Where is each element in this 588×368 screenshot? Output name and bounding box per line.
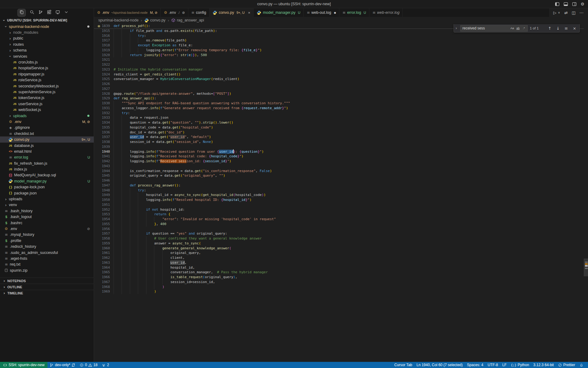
tree-item-MedQueryAI_backup.sql[interactable]: MedQueryAI_backup.sql [0, 172, 94, 178]
code-line[interactable]: 1929def rag_answer_api(): [94, 96, 584, 101]
match-case-toggle[interactable]: Aa [510, 26, 515, 30]
tab-.env[interactable]: ⚙.env~/spurrinai-backend-nodeM, ⊘ [94, 8, 161, 17]
compare-changes-icon[interactable]: ⇄ [564, 10, 568, 15]
tree-item-routes[interactable]: ›routes [0, 41, 94, 47]
tree-item-database.js[interactable]: JSdatabase.js [0, 143, 94, 148]
line-number[interactable]: 1943 [94, 164, 114, 169]
line-number[interactable]: 1934 [94, 120, 114, 125]
line-number[interactable]: 1955 [94, 222, 114, 227]
code-line[interactable]: 1961original_query, [94, 251, 584, 255]
status-item-utf-8[interactable]: UTF-8 [485, 362, 500, 368]
tree-item-error.log[interactable]: ≡error.logU [0, 155, 94, 160]
status-item-right-8[interactable] [577, 362, 586, 368]
tree-item-.env[interactable]: ⚙.envM, ⊘ [0, 119, 94, 125]
run-icon[interactable]: ▷ [553, 10, 556, 15]
code-line[interactable]: 1933data = request.json [94, 115, 584, 120]
tree-item-package.json[interactable]: {}package.json [0, 190, 94, 196]
line-number[interactable]: 1919 [94, 48, 114, 53]
activity-item-remote-explorer[interactable] [55, 10, 60, 16]
line-number[interactable]: 1938 [94, 140, 114, 144]
tree-item-.sudo_as_admin_successful[interactable]: ≡.sudo_as_admin_successful [0, 250, 94, 255]
tab-web-error.log[interactable]: ≡web-error.log [369, 8, 403, 17]
code-line[interactable]: 1944is_confirmation_response = data.get(… [94, 169, 584, 174]
tree-item-.gitignore[interactable]: ◈.gitignore [0, 125, 94, 131]
line-number[interactable]: 1944 [94, 169, 114, 174]
tree-item-fix_refresh_token.js[interactable]: JSfix_refresh_token.js [0, 160, 94, 166]
line-number[interactable]: 1918 [94, 43, 114, 48]
sidebar-section-outline[interactable]: ›OUTLINE [0, 284, 94, 290]
activity-item-search[interactable] [30, 10, 34, 16]
toggle-replace-chevron[interactable]: › [454, 26, 458, 30]
previous-match-button[interactable]: ↑ [547, 25, 553, 31]
line-number[interactable]: 1945 [94, 173, 114, 178]
tree-item-uploads[interactable]: ›uploads [0, 196, 94, 202]
code-line[interactable]: 1943 [94, 164, 584, 169]
settings-gear-icon[interactable]: ⚙ [581, 2, 584, 6]
layout-panel-icon[interactable] [564, 2, 568, 6]
line-number[interactable]: 1925 [94, 77, 114, 82]
code-line[interactable]: 1930"""Sync API endpoint for RAG-based q… [94, 101, 584, 106]
code-line[interactable]: 1928@app.route("/flask-api/generate-answ… [94, 91, 584, 96]
code-line[interactable]: 1917os.remove(file_path) [94, 38, 584, 43]
code-line[interactable]: 1938session_id = data.get("session_id", … [94, 140, 584, 144]
line-number[interactable]: 1923 [94, 67, 114, 72]
code-line[interactable]: 1939 [94, 144, 584, 149]
line-number[interactable]: 1965 [94, 270, 114, 275]
tree-item-model_manager.py[interactable]: model_manager.pyU [0, 178, 94, 184]
breadcrumb-item-rag_answer_api[interactable]: rag_answer_api [171, 18, 204, 22]
code-line[interactable]: 1955}, 400 [94, 222, 584, 227]
tree-item-hospitalService.js[interactable]: JShospitalService.js [0, 65, 94, 71]
close-find-button[interactable]: × [571, 25, 578, 31]
code-line[interactable]: 1935hospital_code = data.get("hospital_c… [94, 125, 584, 130]
line-number[interactable]: 1953 [94, 212, 114, 217]
line-number[interactable]: 1966 [94, 275, 114, 280]
layout-sidebar-right-icon[interactable] [572, 2, 577, 6]
code-line[interactable]: 1969) [94, 289, 584, 294]
code-line[interactable]: 1927 [94, 86, 584, 91]
tree-item-venv[interactable]: ›venv [0, 202, 94, 208]
code-line[interactable]: 1954"error": "Invalid or missing 'hospit… [94, 217, 584, 222]
tab-error.log[interactable]: ≡error.logU [339, 8, 369, 17]
tree-item-secondaryWebsocket.js[interactable]: JSsecondaryWebsocket.js [0, 83, 94, 89]
code-line[interactable]: 1947def process_rag_answer(): [94, 183, 584, 188]
tab-config[interactable]: ≡config [188, 8, 209, 17]
status-item-dev-only-[interactable]: dev-only* [47, 362, 77, 368]
tree-item-email.html[interactable]: <>email.html [0, 148, 94, 154]
line-number[interactable]: 1935 [94, 125, 114, 130]
activity-item-files[interactable] [17, 9, 26, 17]
line-number[interactable]: 1940 [94, 149, 114, 154]
code-line[interactable]: 1918except Exception as file_e: [94, 43, 584, 48]
code-line[interactable]: 1922 [94, 62, 584, 67]
line-number[interactable]: 1933 [94, 115, 114, 120]
split-editor-icon[interactable]: ◫ [572, 10, 575, 15]
line-number[interactable]: 1839 [94, 24, 114, 29]
tree-item-node_modules[interactable]: ›node_modules [0, 29, 94, 35]
dirty-dot-icon[interactable]: ● [334, 11, 336, 14]
tree-item-.env[interactable]: ⚙.env⊘ [0, 226, 94, 232]
code-line[interactable]: 1946 [94, 178, 584, 183]
code-lines[interactable]: 1839def process_pdf():1915if file_path a… [94, 24, 584, 362]
line-number[interactable]: 1951 [94, 202, 114, 207]
line-number[interactable]: 1952 [94, 207, 114, 212]
code-line[interactable]: 1919logging.error(f"Error removing tempo… [94, 48, 584, 53]
next-match-button[interactable]: ↓ [555, 25, 561, 31]
line-number[interactable]: 1946 [94, 178, 114, 183]
tree-item-roleService.js[interactable]: JSroleService.js [0, 77, 94, 83]
tree-item-tokenService.js[interactable]: JStokenService.js [0, 95, 94, 101]
line-number[interactable]: 1941 [94, 154, 114, 159]
code-line[interactable]: 1959answer = async_to_sync( [94, 241, 584, 246]
line-number[interactable]: 1916 [94, 33, 114, 38]
close-icon[interactable]: × [248, 10, 251, 15]
line-number[interactable]: 1964 [94, 265, 114, 270]
line-number[interactable]: 1942 [94, 159, 114, 164]
line-number[interactable]: 1949 [94, 193, 114, 197]
layout-sidebar-left-icon[interactable] [555, 2, 560, 6]
line-number[interactable]: 1922 [94, 62, 114, 67]
tree-item-schema[interactable]: ›schema [0, 48, 94, 53]
code-line[interactable]: 1949hospital_id = async_to_sync(get_hosp… [94, 193, 584, 197]
activity-item-extensions[interactable] [47, 10, 51, 16]
remote-indicator[interactable]: SSH: spurrin-dev-new [0, 362, 47, 368]
tree-item-services[interactable]: ›services [0, 53, 94, 59]
tree-item-cronJobs.js[interactable]: JScronJobs.js [0, 59, 94, 65]
code-line[interactable]: 1920return jsonify({"error": str(e)}), 5… [94, 53, 584, 58]
